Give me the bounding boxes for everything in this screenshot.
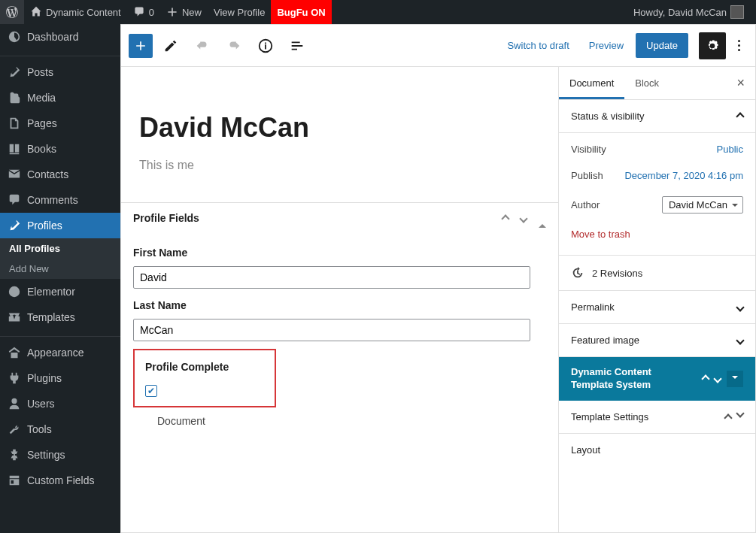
dc-dropdown-icon[interactable] <box>727 371 743 387</box>
metabox-up-icon[interactable] <box>502 212 509 224</box>
menu-comments[interactable]: Comments <box>0 187 120 213</box>
menu-elementor[interactable]: Elementor <box>0 279 120 304</box>
metabox-collapse-icon[interactable] <box>539 212 546 224</box>
menu-appearance[interactable]: Appearance <box>0 340 120 365</box>
my-account[interactable]: Howdy, David McCan <box>627 0 750 24</box>
svg-point-0 <box>9 286 20 297</box>
author-select[interactable]: David McCan <box>662 196 743 214</box>
menu-contacts[interactable]: Contacts <box>0 162 120 187</box>
update-button[interactable]: Update <box>636 33 688 58</box>
metabox-down-icon[interactable] <box>521 212 527 224</box>
editor-canvas: David McCan This is me Profile Fields Fi… <box>121 67 558 532</box>
panel-tabs: Document Block × <box>559 67 755 100</box>
menu-settings[interactable]: Settings <box>0 442 120 468</box>
undo-button[interactable] <box>189 32 216 59</box>
menu-media[interactable]: Media <box>0 85 120 111</box>
submenu-all-profiles[interactable]: All Profiles <box>0 238 120 259</box>
menu-books[interactable]: Books <box>0 136 120 162</box>
info-button[interactable] <box>252 32 279 59</box>
profile-complete-highlight: Profile Complete ✔ <box>133 349 276 407</box>
menu-tools[interactable]: Tools <box>0 416 120 442</box>
new-content[interactable]: New <box>160 0 208 24</box>
menu-plugins[interactable]: Plugins <box>0 365 120 391</box>
post-title[interactable]: David McCan <box>121 67 558 159</box>
editor: Switch to draft Preview Update David McC… <box>120 24 756 533</box>
section-permalink[interactable]: Permalink <box>559 291 755 324</box>
wp-logo[interactable] <box>0 0 24 24</box>
tab-block[interactable]: Block <box>624 67 669 99</box>
admin-sidebar: Dashboard Posts Media Pages Books Contac… <box>0 24 120 533</box>
section-template-settings[interactable]: Template Settings <box>559 401 755 434</box>
dc-down-icon[interactable] <box>715 373 721 384</box>
history-icon <box>571 266 584 280</box>
menu-custom-fields[interactable]: Custom Fields <box>0 468 120 493</box>
edit-mode-button[interactable] <box>157 32 184 59</box>
bugfu-toggle[interactable]: BugFu ON <box>271 0 331 24</box>
avatar-icon <box>730 5 744 19</box>
more-menu-button[interactable] <box>730 40 748 51</box>
move-to-trash[interactable]: Move to trash <box>571 221 743 244</box>
outline-button[interactable] <box>284 32 311 59</box>
visibility-label: Visibility <box>571 144 606 155</box>
section-dynamic-content[interactable]: Dynamic ContentTemplate System <box>559 357 755 401</box>
last-name-input[interactable] <box>133 319 530 341</box>
settings-panel: Document Block × Status & visibility Vis… <box>558 67 755 532</box>
publish-label: Publish <box>571 170 603 181</box>
preview-button[interactable]: Preview <box>581 40 631 51</box>
menu-profiles[interactable]: Profiles <box>0 213 120 238</box>
post-content[interactable]: This is me <box>121 159 558 202</box>
section-status-visibility[interactable]: Status & visibility <box>559 100 755 133</box>
menu-templates[interactable]: Templates <box>0 304 120 330</box>
submenu-profiles: All Profiles Add New <box>0 238 120 279</box>
add-block-button[interactable] <box>129 34 153 58</box>
menu-users[interactable]: Users <box>0 391 120 416</box>
last-name-label: Last Name <box>133 299 546 311</box>
switch-draft-button[interactable]: Switch to draft <box>499 40 576 51</box>
site-home[interactable]: Dynamic Content <box>24 0 127 24</box>
section-featured-image[interactable]: Featured image <box>559 324 755 357</box>
acf-document-tab[interactable]: Document <box>133 407 546 435</box>
view-profile[interactable]: View Profile <box>208 0 271 24</box>
revisions-link[interactable]: 2 Revisions <box>559 256 755 291</box>
profile-fields-metabox: Profile Fields First Name Last Name <box>121 202 558 447</box>
first-name-input[interactable] <box>133 266 530 289</box>
first-name-label: First Name <box>133 247 546 259</box>
menu-pages[interactable]: Pages <box>0 111 120 136</box>
settings-toggle-button[interactable] <box>699 32 726 59</box>
publish-value[interactable]: December 7, 2020 4:16 pm <box>624 170 743 181</box>
metabox-title: Profile Fields <box>133 212 199 224</box>
close-panel-button[interactable]: × <box>726 75 755 91</box>
visibility-value[interactable]: Public <box>717 144 743 155</box>
author-label: Author <box>571 199 600 210</box>
menu-dashboard[interactable]: Dashboard <box>0 24 120 50</box>
admin-bar: Dynamic Content 0 New View Profile BugFu… <box>0 0 756 24</box>
redo-button[interactable] <box>220 32 247 59</box>
menu-posts[interactable]: Posts <box>0 59 120 85</box>
submenu-add-new[interactable]: Add New <box>0 259 120 279</box>
profile-complete-checkbox[interactable]: ✔ <box>145 385 157 397</box>
dc-up-icon[interactable] <box>703 373 709 384</box>
tab-document[interactable]: Document <box>559 67 624 99</box>
editor-toolbar: Switch to draft Preview Update <box>121 25 755 67</box>
comments-link[interactable]: 0 <box>127 0 160 24</box>
section-layout[interactable]: Layout <box>559 434 755 466</box>
profile-complete-label: Profile Complete <box>145 361 264 373</box>
